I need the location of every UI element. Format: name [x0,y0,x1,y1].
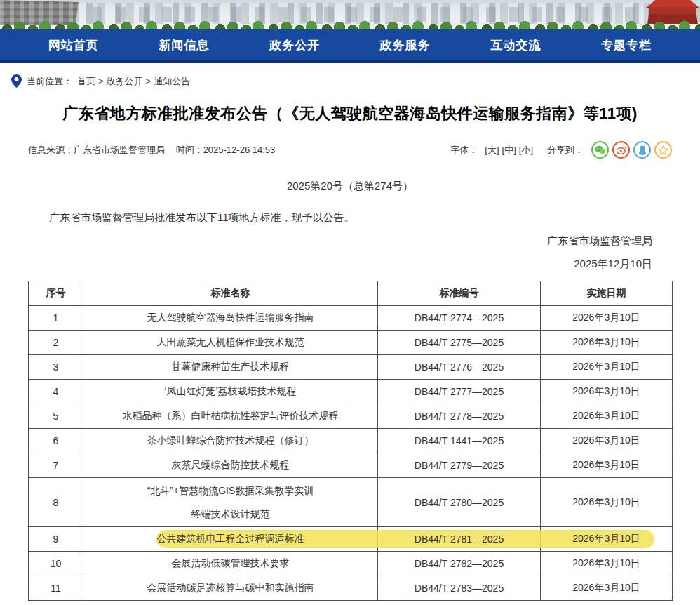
implementation-date: 2026年3月10日 [541,404,673,429]
row-number: 4 [29,380,83,404]
standard-name: 大田蔬菜无人机植保作业技术规范 [83,331,378,355]
implementation-date-text: 2026年3月10日 [572,582,640,593]
tree-band [0,19,700,29]
col-header-1: 序号 [29,281,83,306]
breadcrumb-separator: > [146,76,152,86]
standard-code: DB44/T 2774—2025 [378,306,541,331]
table-row: 7灰茶尺蠖综合防控技术规程DB44/T 2779—20252026年3月10日 [29,453,673,478]
standards-table: 序号标准名称标准编号实施日期 1无人驾驶航空器海岛快件运输服务指南DB44/T … [28,281,673,601]
font-label: 字体： [450,144,478,157]
row-number: 1 [29,306,83,331]
signature-date: 2025年12月10日 [48,258,652,271]
share-label: 分享到： [547,144,584,157]
implementation-date: 2026年3月10日 [541,552,673,576]
implementation-date: 2026年3月10日 [541,331,673,355]
table-header-row: 序号标准名称标准编号实施日期 [29,281,673,306]
standard-name-text: 大田蔬菜无人机植保作业技术规范 [157,336,304,347]
source-value: 广东省市场监督管理局 [74,145,165,155]
font-size-controls: [大][中][小] [482,144,533,157]
nav-item-2[interactable]: 新闻信息 [159,37,209,53]
implementation-date: 2026年3月10日 [541,453,673,478]
row-number: 9 [29,527,83,552]
col-header-4: 实施日期 [541,281,673,306]
font-size-button-3[interactable]: [小] [519,145,533,155]
share-icons [588,141,672,159]
standard-name-text: ‘凤山红灯笼’荔枝栽培技术规程 [164,385,296,397]
qzone-star-share-icon[interactable] [654,141,672,159]
table-row: 5水稻品种（系）白叶枯病抗性鉴定与评价技术规程DB44/T 2778—20252… [29,404,673,429]
implementation-date-text: 2026年3月10日 [572,410,640,421]
wechat-share-icon[interactable] [591,141,609,159]
weibo-share-icon[interactable] [612,141,630,159]
implementation-date-text: 2026年3月10日 [572,385,640,397]
table-row: 8“北斗”+智慧物流GIS数据采集教学实训 终端技术设计规范DB44/T 278… [29,478,673,527]
standard-code: DB44/T 2777—2025 [378,380,541,404]
time-value: 2025-12-26 14:53 [203,145,276,155]
row-number-text: 1 [53,312,59,324]
implementation-date: 2026年3月10日 [541,355,673,380]
implementation-date-text: 2026年3月10日 [572,312,640,323]
font-size-button-2[interactable]: [中] [502,145,516,155]
nav-item-1[interactable]: 网站首页 [48,37,99,53]
row-number: 3 [29,355,83,380]
standard-name: 茶小绿叶蝉综合防控技术规程（修订） [83,429,378,453]
standard-name-text: 甘薯健康种苗生产技术规程 [172,361,290,372]
standard-code: DB44/T 2782—2025 [378,552,541,576]
standard-code: DB44/T 2775—2025 [378,331,541,355]
source-label: 信息来源： [28,145,74,155]
row-number-text: 4 [53,386,59,397]
nav-item-4[interactable]: 政务服务 [380,37,431,53]
standard-code-text: DB44/T 2779—2025 [415,460,504,471]
implementation-date-text: 2026年3月10日 [572,557,640,569]
meta-tools: 字体： [大][中][小] 分享到： [450,141,672,159]
standard-code: DB44/T 2779—2025 [378,453,541,478]
standard-name-text: 会展活动碳足迹核算与碳中和实施指南 [147,582,314,593]
standard-code: DB44/T 2780—2025 [378,478,541,527]
breadcrumb-link-2[interactable]: 政务公开 [107,76,143,86]
standard-name-text: 会展活动低碳管理技术要求 [172,557,290,569]
table-row: 4‘凤山红灯笼’荔枝栽培技术规程DB44/T 2777—20252026年3月1… [29,380,673,404]
standard-name: 灰茶尺蠖综合防控技术规程 [83,453,378,478]
time-label: 时间： [176,145,203,155]
standard-code-text: DB44/T 2780—2025 [415,497,504,508]
implementation-date-text: 2026年3月10日 [572,434,640,446]
breadcrumb-separator: > [98,76,104,86]
font-size-button-1[interactable]: [大] [485,145,499,155]
standard-name-text: 公共建筑机电工程全过程调适标准 [157,533,304,544]
row-number-text: 3 [53,361,59,373]
standard-name-text: 无人驾驶航空器海岛快件运输服务指南 [147,312,314,323]
row-number-text: 8 [53,497,59,508]
nav-item-5[interactable]: 互动交流 [490,37,541,53]
announcement-body: 广东省市场监督管理局批准发布以下11项地方标准，现予以公告。 [28,211,672,225]
row-number-text: 7 [53,460,59,471]
standard-code-text: DB44/T 2774—2025 [415,312,504,324]
standard-code-text: DB44/T 2782—2025 [415,558,504,569]
breadcrumb-path: 首页>政务公开>通知公告 [77,75,190,88]
standard-code-text: DB44/T 2776—2025 [415,361,504,373]
implementation-date: 2026年3月10日 [541,576,673,601]
row-number: 8 [29,478,83,527]
table-row: 1无人驾驶航空器海岛快件运输服务指南DB44/T 2774—20252026年3… [29,306,673,331]
qq-share-icon[interactable] [633,141,651,159]
standard-name: “北斗”+智慧物流GIS数据采集教学实训 终端技术设计规范 [83,478,378,527]
table-row: 10会展活动低碳管理技术要求DB44/T 2782—20252026年3月10日 [29,552,673,576]
breadcrumb-link-3[interactable]: 通知公告 [154,76,190,86]
implementation-date-text: 2026年3月10日 [572,336,640,347]
table-row: 9公共建筑机电工程全过程调适标准DB44/T 2781—20252026年3月1… [29,527,673,552]
meta-source-time: 信息来源：广东省市场监督管理局 时间：2025-12-26 14:53 [28,144,275,157]
implementation-date-text: 2026年3月10日 [572,496,640,507]
city-skyline-banner [0,0,700,29]
row-number-text: 10 [51,558,62,569]
standard-name-text: 茶小绿叶蝉综合防控技术规程（修订） [147,434,314,446]
row-number: 10 [29,552,83,576]
standard-code: DB44/T 2783—2025 [378,576,541,601]
breadcrumb: 当前位置： 首页>政务公开>通知公告 [11,74,700,88]
table-row: 3甘薯健康种苗生产技术规程DB44/T 2776—20252026年3月10日 [29,355,673,380]
nav-item-6[interactable]: 专题专栏 [601,37,652,53]
breadcrumb-link-1[interactable]: 首页 [77,76,95,86]
implementation-date: 2026年3月10日 [541,306,673,331]
nav-item-3[interactable]: 政务公开 [269,37,320,53]
standard-code-text: DB44/T 1441—2025 [415,435,504,446]
standard-name-text: 水稻品种（系）白叶枯病抗性鉴定与评价技术规程 [123,410,339,421]
doc-number: 2025第20号（总第274号） [0,180,700,193]
